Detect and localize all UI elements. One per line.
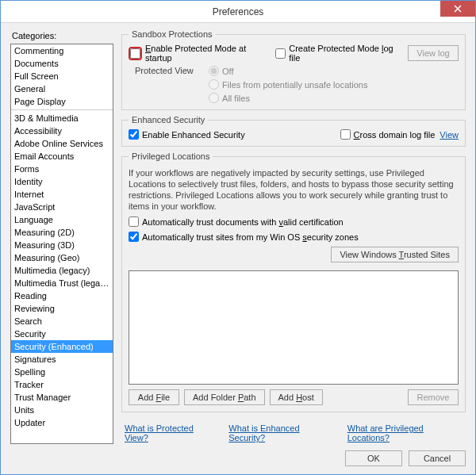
category-item[interactable]: Multimedia (legacy)	[11, 264, 113, 277]
add-folder-path-button[interactable]: Add Folder Path	[184, 389, 265, 405]
category-item[interactable]: Adobe Online Services	[11, 137, 113, 150]
add-file-button[interactable]: Add File	[129, 389, 179, 405]
view-cross-domain-log-link[interactable]: View	[440, 130, 459, 140]
titlebar: Preferences	[1, 1, 475, 23]
category-item[interactable]: Tracker	[11, 378, 113, 391]
pv-unsafe-radio[interactable]: Files from potentially unsafe locations	[209, 79, 367, 90]
category-item[interactable]: 3D & Multimedia	[11, 112, 113, 124]
categories-label: Categories:	[12, 31, 113, 40]
auto-trust-os-zones-checkbox[interactable]: Automatically trust sites from my Win OS…	[129, 232, 359, 242]
close-button[interactable]	[440, 1, 475, 17]
view-windows-trusted-sites-button[interactable]: View Windows Trusted Sites	[331, 247, 459, 262]
protected-view-label: Protected View	[135, 66, 206, 75]
dialog-buttons: OK Cancel	[10, 450, 466, 466]
what-is-protected-view-link[interactable]: What is Protected View?	[125, 423, 217, 442]
category-item[interactable]: Updater	[11, 416, 113, 429]
sandbox-protections-group: Sandbox Protections Enable Protected Mod…	[121, 29, 466, 110]
cancel-button[interactable]: Cancel	[409, 450, 466, 466]
preferences-window: Preferences Categories: CommentingDocume…	[0, 0, 476, 475]
category-item[interactable]: Documents	[11, 57, 113, 70]
category-item[interactable]: Language	[11, 213, 113, 226]
category-item[interactable]: Page Display	[11, 95, 113, 108]
categories-list[interactable]: CommentingDocumentsFull ScreenGeneralPag…	[10, 44, 113, 444]
category-item[interactable]: Forms	[11, 163, 113, 175]
dialog-body: Categories: CommentingDocumentsFull Scre…	[1, 23, 475, 474]
category-item[interactable]: Measuring (3D)	[11, 239, 113, 251]
settings-panel: Sandbox Protections Enable Protected Mod…	[121, 29, 466, 444]
category-item[interactable]: General	[11, 82, 113, 95]
category-item[interactable]: Security (Enhanced)	[11, 340, 113, 353]
remove-button[interactable]: Remove	[408, 389, 459, 405]
what-is-enhanced-security-link[interactable]: What is Enhanced Security?	[228, 423, 336, 442]
sandbox-legend: Sandbox Protections	[129, 29, 216, 39]
pv-all-radio[interactable]: All files	[209, 93, 367, 103]
category-item[interactable]: Signatures	[11, 353, 113, 366]
view-log-button[interactable]: View log	[408, 45, 459, 61]
help-links: What is Protected View? What is Enhanced…	[125, 423, 466, 442]
categories-panel: Categories: CommentingDocumentsFull Scre…	[10, 29, 113, 444]
category-item[interactable]: Identity	[11, 175, 113, 188]
category-item[interactable]: Trust Manager	[11, 391, 113, 404]
privileged-legend: Privileged Locations	[129, 151, 213, 161]
enhanced-security-group: Enhanced Security Enable Enhanced Securi…	[121, 115, 466, 147]
category-item[interactable]: Measuring (2D)	[11, 226, 113, 239]
enable-protected-mode-checkbox[interactable]: Enable Protected Mode at startup	[129, 44, 269, 63]
category-item[interactable]: Accessibility	[11, 124, 113, 137]
category-item[interactable]: Internet	[11, 188, 113, 201]
enhanced-legend: Enhanced Security	[129, 115, 208, 124]
privileged-locations-group: Privileged Locations If your workflows a…	[121, 151, 466, 412]
window-title: Preferences	[1, 6, 475, 17]
highlight-circle-icon	[129, 47, 142, 60]
category-item[interactable]: Security	[11, 328, 113, 340]
add-host-button[interactable]: Add Host	[270, 389, 323, 405]
pv-off-radio[interactable]: Off	[209, 66, 367, 76]
ok-button[interactable]: OK	[345, 450, 402, 466]
category-item[interactable]: Measuring (Geo)	[11, 251, 113, 264]
category-item[interactable]: Reviewing	[11, 302, 113, 315]
category-item[interactable]: Reading	[11, 289, 113, 302]
privileged-description: If your workflows are negatively impacte…	[129, 167, 459, 212]
create-protected-mode-log-checkbox[interactable]: Create Protected Mode log file	[275, 44, 401, 63]
trusted-locations-list[interactable]	[129, 270, 459, 385]
category-item[interactable]: Search	[11, 315, 113, 328]
category-item[interactable]: Units	[11, 404, 113, 416]
category-item[interactable]: Spelling	[11, 366, 113, 378]
auto-trust-valid-cert-checkbox[interactable]: Automatically trust documents with valid…	[129, 216, 459, 227]
category-item[interactable]: Email Accounts	[11, 150, 113, 163]
category-item[interactable]: Multimedia Trust (legacy)	[11, 277, 113, 289]
category-item[interactable]: Commenting	[11, 44, 113, 57]
what-are-privileged-locations-link[interactable]: What are Privileged Locations?	[347, 423, 466, 442]
category-item[interactable]: Full Screen	[11, 70, 113, 82]
enable-enhanced-security-checkbox[interactable]: Enable Enhanced Security	[129, 129, 245, 140]
category-item[interactable]: JavaScript	[11, 201, 113, 213]
cross-domain-log-checkbox[interactable]: Cross domain log file	[340, 129, 436, 140]
